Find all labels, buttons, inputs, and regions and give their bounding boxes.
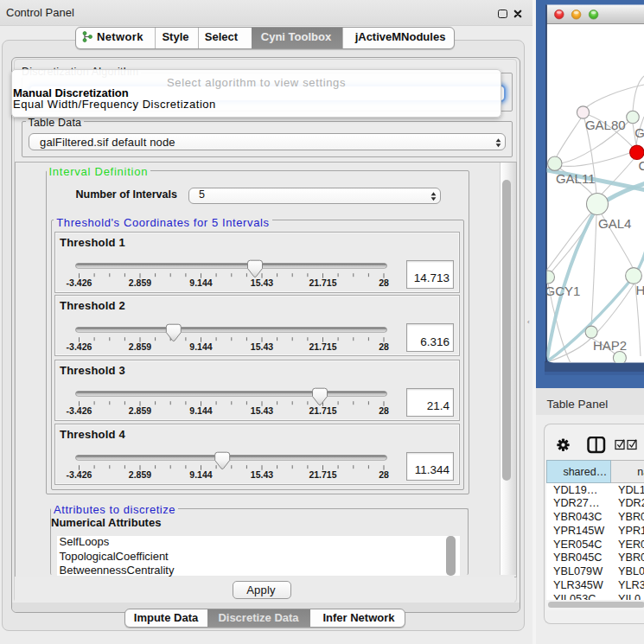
svg-text:GAL4: GAL4: [598, 216, 631, 231]
svg-text:C: C: [639, 158, 644, 173]
svg-text:HAP2: HAP2: [593, 338, 627, 353]
svg-text:H: H: [636, 283, 644, 297]
svg-text:GAL11: GAL11: [556, 171, 596, 186]
svg-text:GCY1: GCY1: [545, 284, 581, 298]
svg-text:GAL80: GAL80: [585, 118, 626, 132]
svg-text:GA: GA: [634, 125, 644, 140]
